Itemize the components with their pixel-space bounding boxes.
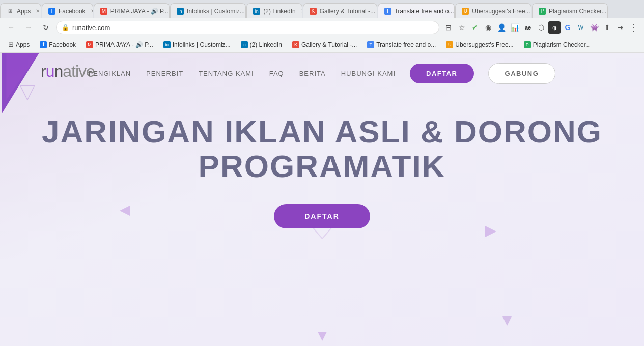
tab-gallery[interactable]: K Gallery & Tutorial -... ✕	[303, 3, 377, 18]
gabung-button[interactable]: GABUNG	[488, 63, 556, 84]
tab-label-apps: Apps	[17, 8, 31, 15]
bookmark-apps-icon: ⊞	[8, 41, 14, 48]
tab-label-translate: Translate free and o...	[395, 8, 454, 15]
tab-linkedin[interactable]: in (2) LinkedIn ✕	[246, 3, 302, 18]
deco-right-triangle	[485, 226, 496, 237]
tab-favicon-translate: T	[384, 8, 391, 15]
tab-favicon-plagiarism: P	[539, 8, 546, 15]
bookmark-apps[interactable]: ⊞ Apps	[4, 39, 34, 50]
tab-close-linkedin[interactable]: ✕	[299, 7, 302, 15]
nav-faq[interactable]: FAQ	[269, 70, 284, 77]
ext-dark-icon[interactable]: ◑	[548, 21, 561, 34]
bookmark-gallery[interactable]: K Gallery & Tutorial -...	[288, 40, 361, 50]
bookmark-apps-label: Apps	[16, 41, 30, 48]
browser-chrome: ⊞ Apps ✕ f Facebook ✕ M PRIMA JAYA - 🔊 P…	[0, 0, 644, 53]
bookmark-linkedin-label: (2) LinkedIn	[250, 41, 282, 48]
ext-ae-icon[interactable]: ae	[522, 21, 534, 34]
tab-close-apps[interactable]: ✕	[34, 7, 41, 15]
ext-person-icon[interactable]: 👤	[495, 21, 508, 34]
forward-button[interactable]: →	[21, 20, 36, 35]
deco-right-bottom-chevron	[502, 316, 512, 326]
ext-circle1-icon[interactable]: ◉	[482, 21, 494, 34]
svg-marker-2	[20, 86, 35, 100]
star-icon[interactable]: ☆	[456, 21, 468, 34]
bookmarks-bar: ⊞ Apps f Facebook M PRIMA JAYA - 🔊 P... …	[0, 37, 644, 53]
bookmark-prima-jaya[interactable]: M PRIMA JAYA - 🔊 P...	[82, 40, 157, 50]
deco-center-outline-triangle	[307, 221, 338, 239]
bookmark-prima-jaya-label: PRIMA JAYA - 🔊 P...	[95, 41, 153, 48]
tab-label-facebook: Facebook	[59, 8, 86, 15]
nav-berita[interactable]: BERITA	[299, 70, 326, 77]
tab-ubersuggest[interactable]: U Ubersuggest's Free... ✕	[455, 3, 531, 18]
tab-apps[interactable]: ⊞ Apps ✕	[0, 3, 41, 18]
tab-label-linkedin: (2) LinkedIn	[263, 8, 295, 15]
browser-topbar: ← → ↻ 🔒 runative.com ⊟ ☆ ✔ ◉ 👤 📊 ae ⬡ ◑ …	[0, 18, 644, 37]
url-text: runative.com	[72, 24, 110, 32]
tab-label-plagiarism: Plagiarism Checker...	[549, 8, 606, 15]
menu-icon[interactable]: ⋮	[628, 21, 640, 34]
bookmark-infolinks-icon: in	[163, 41, 171, 48]
tab-gmail[interactable]: M PRIMA JAYA - 🔊 P... ✕	[94, 3, 170, 18]
bookmark-facebook-label: Facebook	[49, 41, 76, 48]
tab-favicon-ubersuggest: U	[462, 8, 469, 15]
bookmark-linkedin[interactable]: in (2) LinkedIn	[237, 40, 286, 50]
tab-favicon-gallery: K	[310, 8, 317, 15]
bookmark-infolinks[interactable]: in Infolinks | Customiz...	[159, 40, 235, 50]
bookmark-facebook-icon: f	[40, 41, 47, 48]
bookmark-plagiarism-icon: P	[524, 41, 531, 48]
tab-translate[interactable]: T Translate free and o... ✕	[378, 3, 455, 18]
tabs-bar: ⊞ Apps ✕ f Facebook ✕ M PRIMA JAYA - 🔊 P…	[0, 0, 644, 18]
nav-links: PENGIKLAN PENERBIT TENTANG KAMI FAQ BERI…	[89, 70, 396, 77]
ext-wp-icon[interactable]: W	[575, 21, 587, 34]
toolbar-icons: ⊟ ☆ ✔ ◉ 👤 📊 ae ⬡ ◑ G W 👾 ⬆ ⇥ ⋮	[442, 21, 640, 34]
bookmark-gallery-label: Gallery & Tutorial -...	[301, 41, 357, 48]
hero-title: JARINGAN IKLAN ASLI & DORONG PROGRAMATIK	[20, 114, 624, 184]
bookmark-translate-label: Translate free and o...	[376, 41, 436, 48]
bookmark-infolinks-label: Infolinks | Customiz...	[173, 41, 231, 48]
bookmark-ubersuggest-icon: U	[446, 41, 453, 48]
tab-infolinks[interactable]: in Infolinks | Customiz... ✕	[170, 3, 246, 18]
bookmark-linkedin-icon: in	[241, 41, 248, 48]
svg-marker-3	[120, 206, 130, 216]
lock-icon: 🔒	[62, 24, 69, 31]
address-bar[interactable]: 🔒 runative.com	[56, 21, 439, 34]
tab-favicon-apps: ⊞	[7, 8, 14, 15]
tab-label-infolinks: Infolinks | Customiz...	[187, 8, 245, 15]
nav-hubungi-kami[interactable]: HUBUNGI KAMI	[341, 70, 396, 77]
bookmark-plagiarism[interactable]: P Plagiarism Checker...	[520, 40, 595, 50]
page-content: runative PENGIKLAN PENERBIT TENTANG KAMI…	[0, 53, 644, 346]
nav-bar: PENGIKLAN PENERBIT TENTANG KAMI FAQ BERI…	[0, 53, 644, 84]
ext-reddit-icon[interactable]: 👾	[588, 21, 600, 34]
ext-checkmark-icon[interactable]: ✔	[469, 21, 481, 34]
tab-facebook[interactable]: f Facebook ✕	[42, 3, 93, 18]
svg-marker-4	[485, 226, 496, 237]
ext-chart-icon[interactable]: 📊	[509, 21, 521, 34]
reload-button[interactable]: ↻	[39, 20, 53, 35]
translate-toolbar-icon[interactable]: ⊟	[442, 21, 455, 34]
tab-favicon-linkedin: in	[253, 8, 260, 15]
bookmark-translate[interactable]: T Translate free and o...	[363, 40, 440, 50]
bookmark-prima-jaya-icon: M	[86, 41, 93, 48]
back-button[interactable]: ←	[4, 20, 18, 35]
nav-penerbit[interactable]: PENERBIT	[146, 70, 183, 77]
svg-marker-6	[502, 316, 512, 326]
tab-favicon-infolinks: in	[177, 8, 184, 15]
ext-share-icon[interactable]: ⬆	[601, 21, 613, 34]
bookmark-facebook[interactable]: f Facebook	[36, 40, 80, 50]
ext-puzzle-icon[interactable]: ⬡	[535, 21, 547, 34]
bookmark-ubersuggest[interactable]: U Ubersuggest's Free...	[442, 40, 517, 50]
deco-left-triangle	[120, 206, 130, 216]
hero-title-line2: PROGRAMATIK	[20, 149, 624, 184]
tab-label-ubersuggest: Ubersuggest's Free...	[472, 8, 530, 15]
tab-close-facebook[interactable]: ✕	[89, 7, 93, 15]
bookmark-gallery-icon: K	[292, 41, 299, 48]
daftar-button[interactable]: DAFTAR	[410, 64, 473, 83]
nav-tentang-kami[interactable]: TENTANG KAMI	[199, 70, 254, 77]
tab-label-gallery: Gallery & Tutorial -...	[320, 8, 375, 15]
ext-arrow-icon[interactable]: ⇥	[614, 21, 627, 34]
nav-pengiklan[interactable]: PENGIKLAN	[89, 70, 131, 77]
tab-label-gmail: PRIMA JAYA - 🔊 P...	[110, 8, 169, 15]
ext-g-icon[interactable]: G	[562, 21, 574, 34]
bookmark-plagiarism-label: Plagiarism Checker...	[533, 41, 591, 48]
tab-plagiarism[interactable]: P Plagiarism Checker... ✕	[532, 3, 608, 18]
